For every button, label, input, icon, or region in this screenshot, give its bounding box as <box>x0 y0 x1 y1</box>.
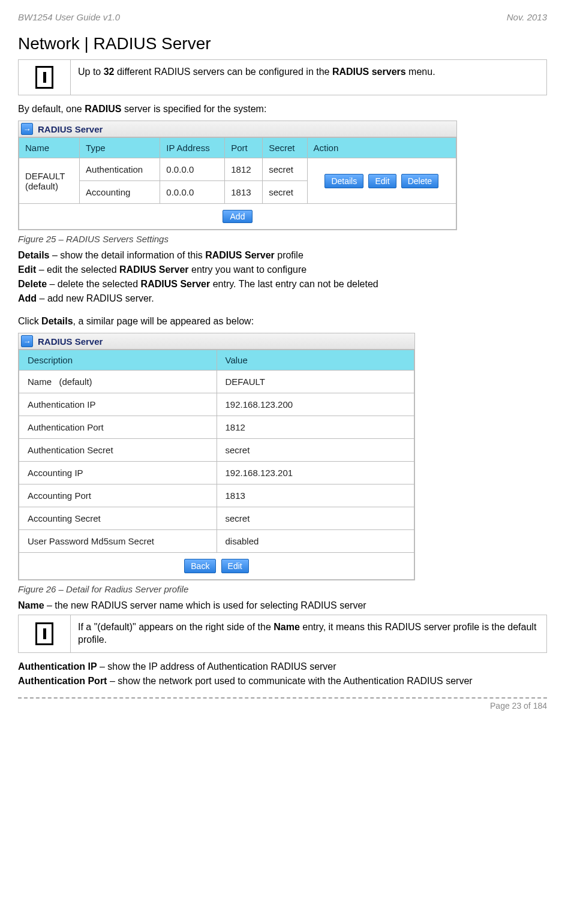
def-auth-port: Authentication Port – show the network p… <box>18 676 547 687</box>
t: Add <box>18 293 37 303</box>
collapse-icon[interactable]: → <box>21 335 33 347</box>
col-ip: IP Address <box>160 138 225 158</box>
info-text: If a "(default)" appears on the right si… <box>71 615 546 652</box>
edit-button[interactable]: Edit <box>368 174 396 188</box>
d: Authentication Secret <box>19 439 217 462</box>
t: – delete the selected <box>47 279 141 289</box>
table-row: Name (default)DEFAULT <box>19 371 414 393</box>
t: Details <box>41 316 73 326</box>
t: By default, one <box>18 104 85 114</box>
v: 192.168.123.201 <box>217 462 414 484</box>
d: Accounting Port <box>19 484 217 507</box>
info-icon <box>35 622 53 645</box>
info-icon-cell <box>19 60 71 95</box>
cell-port: 1813 <box>225 181 263 204</box>
page-footer: Page 23 of 184 <box>18 701 547 711</box>
table-row: User Password Md5sum Secretdisabled <box>19 530 414 553</box>
t: entry. The last entry can not be deleted <box>210 279 378 289</box>
v: disabled <box>217 530 414 553</box>
cell-name: DEFAULT (default) <box>19 158 80 204</box>
page-title: Network | RADIUS Server <box>18 34 547 53</box>
def-auth-ip: Authentication IP – show the IP address … <box>18 661 547 672</box>
header-right: Nov. 2013 <box>507 12 547 22</box>
t: menu. <box>406 67 435 77</box>
def-delete: Delete – delete the selected RADIUS Serv… <box>18 279 547 290</box>
add-row: Add <box>19 204 456 230</box>
cell-secret: secret <box>263 181 307 204</box>
page-separator <box>18 697 547 699</box>
info-icon <box>35 66 53 89</box>
v: DEFAULT <box>217 371 414 393</box>
details-table: Description Value Name (default)DEFAULT … <box>19 350 414 580</box>
panel-titlebar: → RADIUS Server <box>19 333 414 350</box>
back-button[interactable]: Back <box>184 559 216 573</box>
edit-button[interactable]: Edit <box>221 559 249 573</box>
figure-26-caption: Figure 26 – Detail for Radius Server pro… <box>18 584 547 594</box>
v: 1813 <box>217 484 414 507</box>
col-action: Action <box>307 138 456 158</box>
t: profile <box>275 250 303 260</box>
table-row: Authentication Secretsecret <box>19 439 414 462</box>
t: Delete <box>18 279 47 289</box>
t: – add new RADIUS server. <box>37 293 154 303</box>
t: Details <box>18 250 49 260</box>
t: – edit the selected <box>36 264 119 275</box>
t: Up to <box>78 67 104 77</box>
def-details: Details – show the detail information of… <box>18 250 547 261</box>
t: – show the network port used to communic… <box>107 676 472 686</box>
radius-table: Name Type IP Address Port Secret Action … <box>19 137 456 230</box>
cell-actions: Details Edit Delete <box>307 158 456 204</box>
t: – show the IP address of Authentication … <box>97 661 336 672</box>
t: Authentication Port <box>18 676 107 686</box>
table-row: Accounting Port1813 <box>19 484 414 507</box>
d: Accounting IP <box>19 462 217 484</box>
intro-line: By default, one RADIUS server is specifi… <box>18 104 547 115</box>
panel-title: RADIUS Server <box>38 336 103 347</box>
col-name: Name <box>19 138 80 158</box>
panel-title: RADIUS Server <box>38 124 103 134</box>
v: secret <box>217 439 414 462</box>
t: Click <box>18 316 41 326</box>
col-type: Type <box>80 138 160 158</box>
doc-header: BW1254 User Guide v1.0 Nov. 2013 <box>18 12 547 22</box>
t: RADIUS Server <box>119 264 189 275</box>
t: Authentication IP <box>18 661 97 672</box>
panel-titlebar: → RADIUS Server <box>19 121 456 137</box>
def-add: Add – add new RADIUS server. <box>18 293 547 304</box>
col-description: Description <box>19 350 217 371</box>
info-box-default-profile: If a "(default)" appears on the right si… <box>18 615 547 653</box>
t: RADIUS servers <box>332 67 406 77</box>
table-row: Authentication IP192.168.123.200 <box>19 393 414 416</box>
cell-secret: secret <box>263 158 307 181</box>
v: secret <box>217 507 414 530</box>
table-header-row: Description Value <box>19 350 414 371</box>
t: 32 <box>104 67 115 77</box>
t: different RADIUS servers can be configur… <box>114 67 332 77</box>
d: User Password Md5sum Secret <box>19 530 217 553</box>
col-secret: Secret <box>263 138 307 158</box>
v: 1812 <box>217 416 414 439</box>
t: RADIUS <box>85 104 121 114</box>
header-left: BW1254 User Guide v1.0 <box>18 12 120 22</box>
d: Name (default) <box>19 371 217 393</box>
t: Edit <box>18 264 36 275</box>
radius-server-table-panel: → RADIUS Server Name Type IP Address Por… <box>18 121 457 230</box>
col-value: Value <box>217 350 414 371</box>
add-button[interactable]: Add <box>223 210 253 223</box>
click-details-line: Click Details, a similar page will be ap… <box>18 316 547 327</box>
table-row: Accounting Secretsecret <box>19 507 414 530</box>
info-box-radius-count: Up to 32 different RADIUS servers can be… <box>18 59 547 95</box>
t: , a similar page will be appeared as bel… <box>73 316 254 326</box>
button-row: Back Edit <box>19 553 414 580</box>
d: Authentication IP <box>19 393 217 416</box>
table-row: Accounting IP192.168.123.201 <box>19 462 414 484</box>
table-header-row: Name Type IP Address Port Secret Action <box>19 138 456 158</box>
figure-25-caption: Figure 25 – RADIUS Servers Settings <box>18 234 547 244</box>
collapse-icon[interactable]: → <box>21 123 33 135</box>
t: Name <box>18 600 44 610</box>
table-row: DEFAULT (default) Authentication 0.0.0.0… <box>19 158 456 181</box>
details-button[interactable]: Details <box>324 174 363 188</box>
delete-button[interactable]: Delete <box>401 174 438 188</box>
def-edit: Edit – edit the selected RADIUS Server e… <box>18 264 547 275</box>
t: Name <box>274 622 300 632</box>
